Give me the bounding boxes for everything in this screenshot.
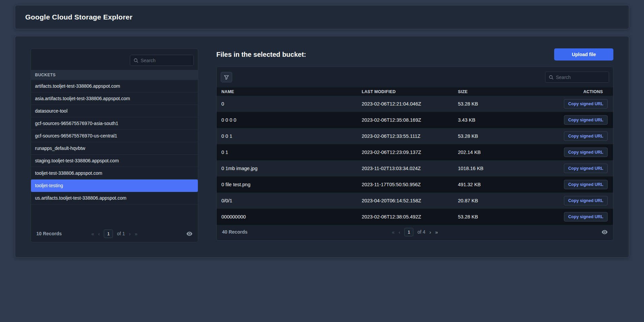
table-row: 0 1mb image.jpg 2023-11-02T13:03:34.024Z… <box>217 160 613 176</box>
column-header-last-modified: LAST MODIFIED <box>362 89 458 94</box>
file-size: 3.43 KB <box>458 117 548 123</box>
next-page-button[interactable]: › <box>129 231 131 237</box>
page: Google Cloud Storage Explorer BUCKETS ar… <box>0 0 644 263</box>
file-size: 491.32 KB <box>458 182 548 187</box>
file-name: 0 <box>221 101 362 107</box>
file-last-modified: 2023-11-02T13:03:34.024Z <box>362 166 458 171</box>
files-title: Files in the selected bucket: <box>216 51 306 58</box>
table-row: 0 0 0 0 2023-02-06T12:35:08.169Z 3.43 KB… <box>217 112 613 128</box>
file-size: 53.28 KB <box>458 101 548 107</box>
first-page-button[interactable]: « <box>392 229 394 235</box>
bucket-name: gcf-sources-965675576970-asia-south1 <box>35 121 118 126</box>
bucket-name: artifacts.tooljet-test-338806.appspot.co… <box>35 83 120 89</box>
bucket-list-item[interactable]: artifacts.tooljet-test-338806.appspot.co… <box>31 80 198 92</box>
column-header-actions: ACTIONS <box>548 89 608 94</box>
file-last-modified: 2023-02-06T12:21:04.046Z <box>362 101 458 107</box>
upload-file-button[interactable]: Upload file <box>554 48 613 61</box>
bucket-list-item[interactable]: us.artifacts.tooljet-test-338806.appspot… <box>31 192 198 204</box>
bucket-name: datasource-tool <box>35 108 68 114</box>
app-header: Google Cloud Storage Explorer <box>15 5 629 29</box>
copy-signed-url-button[interactable]: Copy signed URL <box>564 148 608 157</box>
bucket-list-item[interactable]: tooljet-test-338806.appspot.com <box>31 167 198 179</box>
file-size: 53.28 KB <box>458 133 548 139</box>
files-footer: 40 Records « ‹ 1 of 4 › » <box>217 225 613 240</box>
page-count-label: of 1 <box>117 231 125 236</box>
table-row: 0 file test.png 2023-11-17T05:50:50.956Z… <box>217 176 613 193</box>
bucket-list-item[interactable]: staging.tooljet-test-338806.appspot.com <box>31 155 198 167</box>
buckets-panel: BUCKETS artifacts.tooljet-test-338806.ap… <box>31 48 198 242</box>
copy-signed-url-button[interactable]: Copy signed URL <box>564 164 608 173</box>
files-table-toolbar <box>217 67 613 87</box>
prev-page-button[interactable]: ‹ <box>98 231 100 237</box>
file-name: 0 1 <box>221 150 362 155</box>
file-name: 0 file test.png <box>221 182 362 187</box>
filter-icon <box>224 75 229 80</box>
buckets-pagination: « ‹ 1 of 1 › » <box>91 230 137 238</box>
file-last-modified: 2023-02-06T12:23:09.137Z <box>362 150 458 155</box>
bucket-list-item[interactable]: gcf-sources-965675576970-asia-south1 <box>31 117 198 130</box>
copy-signed-url-button[interactable]: Copy signed URL <box>564 180 608 189</box>
bucket-name: us.artifacts.tooljet-test-338806.appspot… <box>35 195 127 201</box>
file-name: 0 0 0 0 <box>221 117 362 123</box>
file-size: 202.14 KB <box>458 150 548 155</box>
files-search <box>545 72 609 83</box>
file-last-modified: 2023-04-20T06:14:52.158Z <box>362 198 458 203</box>
search-icon <box>134 58 138 63</box>
files-header-row: Files in the selected bucket: Upload fil… <box>216 48 613 61</box>
file-last-modified: 2023-11-17T05:50:50.956Z <box>362 182 458 187</box>
buckets-search <box>130 55 194 66</box>
buckets-list-header: BUCKETS <box>31 70 198 80</box>
file-name: 000000000 <box>221 214 362 219</box>
eye-icon[interactable] <box>602 230 608 234</box>
buckets-list: artifacts.tooljet-test-338806.appspot.co… <box>31 80 198 204</box>
filter-button[interactable] <box>221 72 232 82</box>
file-size: 1018.16 KB <box>458 166 548 171</box>
next-page-button[interactable]: › <box>429 229 431 235</box>
file-last-modified: 2023-02-06T12:35:08.169Z <box>362 117 458 123</box>
bucket-list-item[interactable]: datasource-tool <box>31 105 198 117</box>
copy-signed-url-button[interactable]: Copy signed URL <box>564 115 608 125</box>
column-header-size: SIZE <box>458 89 548 94</box>
files-section: Files in the selected bucket: Upload fil… <box>216 48 613 245</box>
files-table-body: 0 2023-02-06T12:21:04.046Z 53.28 KB Copy… <box>217 96 613 225</box>
buckets-footer: 10 Records « ‹ 1 of 1 › » <box>31 227 198 242</box>
bucket-name: staging.tooljet-test-338806.appspot.com <box>35 158 119 163</box>
buckets-toolbar <box>31 49 198 70</box>
table-row: 0/0/1 2023-04-20T06:14:52.158Z 20.87 KB … <box>217 193 613 209</box>
file-size: 20.87 KB <box>458 198 548 203</box>
bucket-list-item[interactable]: tooljet-testing <box>31 179 198 192</box>
copy-signed-url-button[interactable]: Copy signed URL <box>564 196 608 205</box>
file-name: 0 0 1 <box>221 133 362 139</box>
bucket-list-item[interactable]: asia.artifacts.tooljet-test-338806.appsp… <box>31 92 198 105</box>
bucket-list-item[interactable]: runapps_default-hqvbtw <box>31 142 198 155</box>
bucket-name: gcf-sources-965675576970-us-central1 <box>35 133 117 138</box>
current-page-box[interactable]: 1 <box>404 228 414 236</box>
bucket-name: asia.artifacts.tooljet-test-338806.appsp… <box>35 96 130 101</box>
copy-signed-url-button[interactable]: Copy signed URL <box>564 131 608 141</box>
search-icon <box>549 75 553 80</box>
files-search-input[interactable] <box>556 75 605 80</box>
table-row: 0 2023-02-06T12:21:04.046Z 53.28 KB Copy… <box>217 96 613 112</box>
records-count: 10 Records <box>36 231 62 236</box>
prev-page-button[interactable]: ‹ <box>399 229 400 235</box>
copy-signed-url-button[interactable]: Copy signed URL <box>564 212 608 222</box>
records-count: 40 Records <box>222 229 247 235</box>
eye-icon[interactable] <box>186 232 192 236</box>
file-last-modified: 2023-02-06T12:38:05.492Z <box>362 214 458 219</box>
copy-signed-url-button[interactable]: Copy signed URL <box>564 99 608 109</box>
buckets-search-input[interactable] <box>141 58 190 63</box>
table-row: 000000000 2023-02-06T12:38:05.492Z 53.28… <box>217 209 613 225</box>
first-page-button[interactable]: « <box>91 231 94 237</box>
main-card: BUCKETS artifacts.tooljet-test-338806.ap… <box>15 36 629 258</box>
last-page-button[interactable]: » <box>135 231 137 237</box>
file-name: 0/0/1 <box>221 198 362 203</box>
bucket-list-item[interactable]: gcf-sources-965675576970-us-central1 <box>31 130 198 142</box>
column-header-name: NAME <box>221 89 362 94</box>
app-title: Google Cloud Storage Explorer <box>25 13 133 21</box>
files-table-header: NAME LAST MODIFIED SIZE ACTIONS <box>217 87 613 96</box>
last-page-button[interactable]: » <box>435 229 438 235</box>
current-page-box[interactable]: 1 <box>104 230 113 238</box>
file-size: 53.28 KB <box>458 214 548 219</box>
table-row: 0 1 2023-02-06T12:23:09.137Z 202.14 KB C… <box>217 144 613 160</box>
file-name: 0 1mb image.jpg <box>221 166 362 171</box>
